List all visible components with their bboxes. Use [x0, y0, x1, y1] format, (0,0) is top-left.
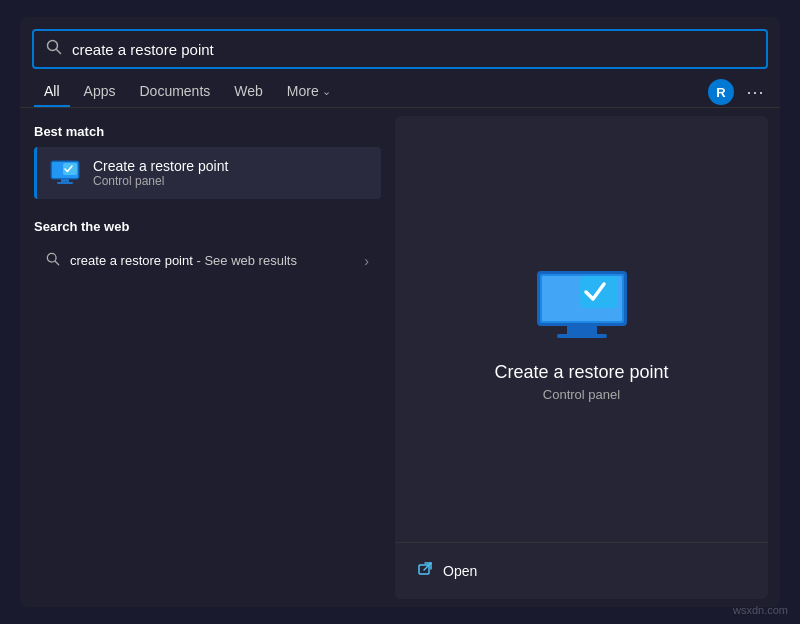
- svg-rect-11: [567, 326, 597, 334]
- tab-web[interactable]: Web: [224, 77, 273, 107]
- user-avatar[interactable]: R: [708, 79, 734, 105]
- tab-all[interactable]: All: [34, 77, 70, 107]
- tab-bar-right: R ⋯: [708, 79, 766, 105]
- web-search-left: create a restore point - See web results: [46, 252, 297, 269]
- best-match-item-subtitle: Control panel: [93, 174, 228, 188]
- search-icon: [46, 39, 62, 59]
- left-panel: Best match Create a restore poi: [20, 108, 395, 607]
- svg-line-1: [57, 50, 61, 54]
- more-options-button[interactable]: ⋯: [746, 81, 766, 103]
- best-match-title: Best match: [34, 124, 381, 139]
- svg-line-16: [424, 563, 431, 570]
- right-panel-subtitle: Control panel: [543, 387, 620, 402]
- chevron-right-icon: ›: [364, 253, 369, 269]
- web-search-title: Search the web: [34, 219, 381, 234]
- open-label: Open: [443, 563, 477, 579]
- app-icon-large: [532, 266, 632, 346]
- web-search-query-text: create a restore point - See web results: [70, 253, 297, 268]
- open-icon: [417, 561, 433, 581]
- web-search-item[interactable]: create a restore point - See web results…: [34, 242, 381, 279]
- web-search-section: Search the web create a restore point - …: [34, 219, 381, 279]
- tab-apps[interactable]: Apps: [74, 77, 126, 107]
- best-match-item-title: Create a restore point: [93, 158, 228, 174]
- right-panel-title: Create a restore point: [494, 362, 668, 383]
- main-content: Best match Create a restore poi: [20, 108, 780, 607]
- best-match-icon: [49, 157, 81, 189]
- right-panel-top: Create a restore point Control panel: [395, 116, 768, 543]
- svg-rect-4: [57, 182, 73, 184]
- right-panel-actions: Open: [395, 543, 768, 599]
- tab-bar: All Apps Documents Web More ⌄ R ⋯: [20, 69, 780, 108]
- open-action[interactable]: Open: [411, 553, 752, 589]
- svg-rect-12: [557, 334, 607, 338]
- best-match-item[interactable]: Create a restore point Control panel: [34, 147, 381, 199]
- best-match-text: Create a restore point Control panel: [93, 158, 228, 188]
- svg-line-8: [55, 261, 59, 265]
- tab-documents[interactable]: Documents: [129, 77, 220, 107]
- tab-more[interactable]: More ⌄: [277, 77, 341, 107]
- svg-rect-3: [61, 179, 69, 182]
- chevron-down-icon: ⌄: [322, 85, 331, 98]
- web-search-icon: [46, 252, 60, 269]
- search-bar: create a restore point: [32, 29, 768, 69]
- watermark: wsxdn.com: [733, 604, 788, 616]
- search-window: create a restore point All Apps Document…: [20, 17, 780, 607]
- search-input[interactable]: create a restore point: [72, 41, 754, 58]
- right-panel: Create a restore point Control panel Ope…: [395, 116, 768, 599]
